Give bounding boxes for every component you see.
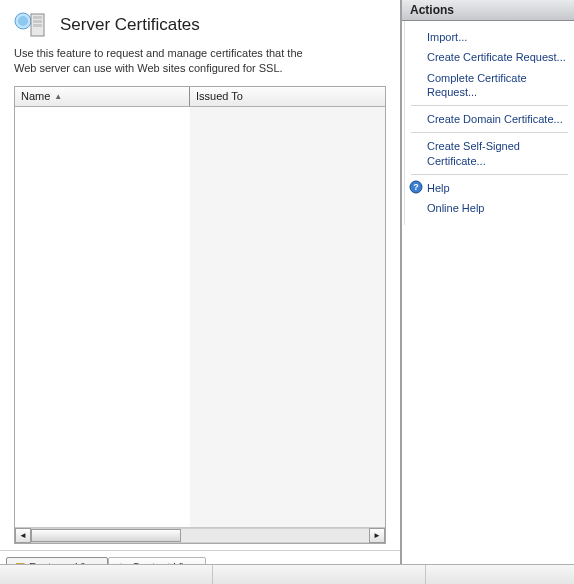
scroll-right-arrow[interactable]: ► (369, 528, 385, 543)
sort-ascending-icon: ▲ (54, 92, 62, 101)
scroll-left-arrow[interactable]: ◄ (15, 528, 31, 543)
svg-rect-2 (33, 16, 42, 19)
actions-separator (411, 132, 568, 133)
scroll-thumb[interactable] (31, 529, 181, 542)
action-import[interactable]: Import... (405, 27, 574, 47)
status-cell (0, 565, 213, 584)
page-description: Use this feature to request and manage c… (0, 46, 330, 86)
svg-text:?: ? (413, 182, 419, 192)
table-header: Name ▲ Issued To (15, 87, 385, 107)
actions-separator (411, 174, 568, 175)
column-header-issued-to[interactable]: Issued To (190, 87, 385, 106)
action-complete-certificate-request[interactable]: Complete Certificate Request... (405, 68, 574, 103)
column-header-name-label: Name (21, 90, 50, 102)
scroll-track[interactable] (31, 528, 369, 543)
table-body[interactable] (15, 107, 385, 527)
status-cell (426, 565, 574, 584)
action-create-certificate-request[interactable]: Create Certificate Request... (405, 47, 574, 67)
status-bar (0, 564, 574, 584)
action-create-domain-certificate[interactable]: Create Domain Certificate... (405, 109, 574, 129)
action-create-self-signed-certificate[interactable]: Create Self-Signed Certificate... (405, 136, 574, 171)
column-header-name[interactable]: Name ▲ (15, 87, 190, 106)
action-online-help[interactable]: Online Help (405, 198, 574, 218)
actions-header: Actions (402, 0, 574, 21)
svg-rect-3 (33, 20, 42, 23)
svg-rect-4 (33, 24, 42, 27)
status-cell (213, 565, 426, 584)
actions-separator (411, 105, 568, 106)
help-icon: ? (409, 180, 423, 194)
column-header-issued-to-label: Issued To (196, 90, 243, 102)
action-help-label: Help (427, 181, 450, 195)
horizontal-scrollbar[interactable]: ◄ ► (15, 527, 385, 543)
table-column-shade (190, 107, 385, 527)
action-help[interactable]: ? Help (405, 178, 574, 198)
page-title: Server Certificates (60, 15, 200, 35)
server-certificates-icon (14, 10, 50, 40)
certificates-table: Name ▲ Issued To ◄ ► (14, 86, 386, 544)
